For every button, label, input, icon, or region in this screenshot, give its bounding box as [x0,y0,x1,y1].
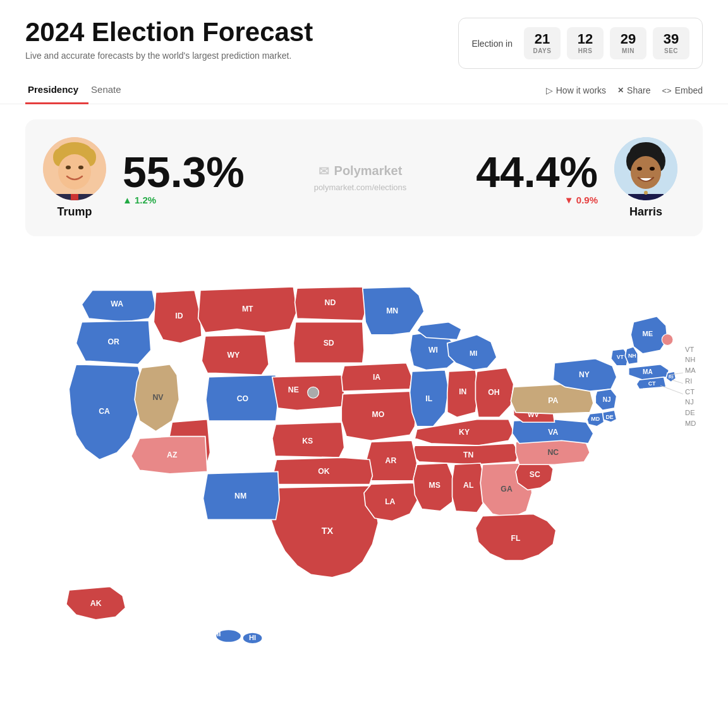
play-icon: ▷ [546,85,553,95]
min-unit: 29 MIN [610,27,646,59]
sec-label: SEC [662,47,681,54]
trump-block: Trump [43,137,106,219]
svg-text:MO: MO [372,410,384,419]
hrs-value: 12 [576,32,595,46]
svg-text:CO: CO [237,394,249,402]
code-icon: <> [662,86,671,95]
svg-rect-16 [628,194,664,200]
svg-text:MA: MA [643,368,653,375]
polymarket-center: ✉ Polymarket polymarket.com/elections [314,164,407,192]
svg-text:MS: MS [428,481,440,490]
min-label: MIN [619,47,638,54]
svg-text:MA: MA [685,366,696,374]
svg-text:RI: RI [685,377,692,384]
days-value: 21 [533,32,552,46]
sec-unit: 39 SEC [653,27,689,59]
svg-text:CT: CT [685,387,695,395]
svg-text:OR: OR [107,337,119,346]
polymarket-url: polymarket.com/elections [314,183,407,192]
svg-text:AK: AK [90,598,102,607]
harris-avatar [614,137,677,200]
embed-label: Embed [675,85,703,95]
svg-text:NC: NC [547,447,559,456]
svg-point-15 [650,167,655,171]
countdown-units: 21 DAYS 12 HRS 29 MIN 39 SEC [524,27,689,59]
svg-text:NM: NM [234,491,246,500]
svg-point-6 [78,166,83,169]
how-it-works-label: How it works [556,85,606,95]
svg-text:ID: ID [175,312,183,320]
svg-text:NJ: NJ [603,396,611,402]
title-block: 2024 Election Forecast Live and accurate… [25,18,313,61]
share-label: Share [627,85,650,95]
svg-text:PA: PA [548,396,558,405]
hrs-label: HRS [576,47,595,54]
tab-list: Presidency Senate [25,78,131,104]
svg-point-14 [637,167,642,171]
svg-text:NJ: NJ [685,398,694,406]
embed-action[interactable]: <> Embed [662,85,703,95]
trump-avatar [43,137,106,200]
tab-presidency[interactable]: Presidency [25,78,88,104]
svg-text:CA: CA [99,406,110,415]
svg-point-5 [66,166,71,169]
svg-text:VA: VA [548,428,558,437]
harris-stats: 44.4% ▼ 0.9% [476,150,598,205]
header-row: 2024 Election Forecast Live and accurate… [0,0,728,75]
svg-text:NH: NH [628,352,636,358]
page-subtitle: Live and accurate forecasts by the world… [25,51,313,61]
polymarket-logo: ✉ Polymarket [318,164,403,179]
tabs-row: Presidency Senate ▷ How it works ✕ Share… [0,75,728,104]
svg-text:IA: IA [373,373,380,382]
page-title: 2024 Election Forecast [25,18,313,47]
svg-text:IN: IN [459,387,466,396]
svg-text:CT: CT [648,380,656,387]
share-action[interactable]: ✕ Share [617,85,650,95]
how-it-works-action[interactable]: ▷ How it works [546,85,606,95]
trump-stats: 55.3% ▲ 1.2% [123,150,245,205]
svg-text:DE: DE [605,413,613,420]
svg-rect-8 [71,194,78,200]
svg-point-104 [662,334,673,345]
trump-percent: 55.3% [123,150,245,193]
svg-text:ND: ND [325,298,336,306]
svg-text:VT: VT [685,345,694,353]
svg-text:LA: LA [385,497,395,505]
svg-text:KY: KY [459,428,470,437]
trump-name: Trump [57,205,92,219]
svg-text:NV: NV [152,392,164,401]
svg-text:SD: SD [324,338,334,347]
days-label: DAYS [533,47,552,54]
svg-text:OH: OH [488,387,500,396]
svg-text:NE: NE [288,385,299,394]
svg-point-17 [644,191,648,195]
svg-text:NY: NY [579,370,590,378]
tab-actions: ▷ How it works ✕ Share <> Embed [546,85,703,95]
svg-text:NH: NH [685,356,695,363]
svg-text:OK: OK [318,466,330,475]
svg-text:MD: MD [685,419,696,427]
svg-text:IL: IL [425,394,432,402]
tab-senate[interactable]: Senate [88,78,131,104]
harris-name: Harris [629,205,662,219]
svg-point-42 [308,387,319,398]
x-icon: ✕ [617,86,624,95]
svg-text:AR: AR [385,456,397,465]
svg-text:MT: MT [242,304,253,313]
svg-text:TN: TN [463,451,473,459]
svg-text:ME: ME [643,330,653,337]
min-value: 29 [619,32,638,46]
svg-point-13 [631,156,661,189]
harris-block: Harris [614,137,677,219]
svg-text:SC: SC [530,470,540,479]
election-map: WA OR CA ID NV MT WY UT CO ND SD [25,251,703,675]
sec-value: 39 [662,32,681,46]
polymarket-name: Polymarket [334,164,403,178]
svg-text:MI: MI [470,349,477,357]
svg-text:WA: WA [111,300,123,308]
countdown-label: Election in [471,39,513,49]
svg-text:VT: VT [617,353,624,360]
map-container: WA OR CA ID NV MT WY UT CO ND SD [25,251,703,677]
svg-text:DE: DE [685,409,695,416]
svg-text:HI: HI [214,629,221,637]
